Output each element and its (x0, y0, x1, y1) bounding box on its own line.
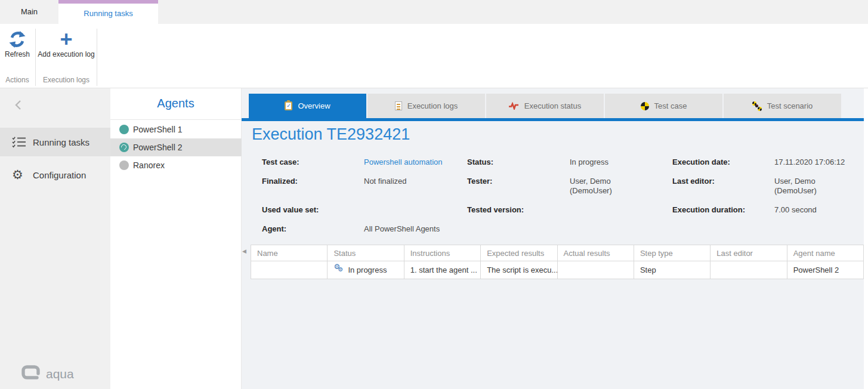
tab-label: Execution status (524, 101, 581, 110)
cell-expected-results: The script is execu... (481, 261, 557, 279)
tab-execution-status[interactable]: Execution status (486, 94, 604, 118)
field-label-last-editor: Last editor: (672, 177, 774, 186)
tab-accent-line (242, 118, 864, 121)
plus-icon: + (37, 29, 95, 50)
refresh-icon (1, 29, 34, 50)
sidebar-item-label: Running tasks (33, 137, 89, 147)
field-label-status: Status: (467, 158, 570, 166)
aqua-logo-icon (21, 365, 41, 383)
sidebar-item-configuration[interactable]: ⚙ Configuration (0, 160, 110, 189)
sidebar-item-label: Configuration (33, 170, 86, 180)
agent-name: PowerShell 2 (133, 143, 183, 152)
field-value-finalized: Not finalized (364, 177, 467, 186)
field-value-tester: User, Demo (DemoUser) (570, 177, 637, 196)
table-row[interactable]: ⚙⚙ In progress 1. start the agent ... Th… (251, 261, 864, 279)
tab-overview[interactable]: ✓ Overview (249, 94, 366, 118)
steps-table: Name Status Instructions Expected result… (251, 245, 864, 279)
tab-execution-logs[interactable]: Execution logs (367, 94, 485, 118)
cell-name (251, 261, 328, 279)
refresh-label: Refresh (1, 50, 34, 59)
agent-status-running-icon (119, 143, 129, 152)
field-value-last-editor: User, Demo (DemoUser) (774, 177, 841, 196)
field-label-finalized: Finalized: (262, 177, 364, 186)
cell-actual-results (557, 261, 634, 279)
column-header-expected-results[interactable]: Expected results (481, 245, 557, 261)
column-header-last-editor[interactable]: Last editor (711, 245, 787, 261)
content-tab-strip: ✓ Overview Execution logs Execution stat… (249, 94, 842, 118)
main-content: ✓ Overview Execution logs Execution stat… (242, 88, 864, 389)
field-label-agent: Agent: (262, 224, 364, 233)
column-header-actual-results[interactable]: Actual results (557, 245, 634, 261)
tab-test-scenario[interactable]: Test scenario (724, 94, 841, 118)
agents-panel: Agents PowerShell 1 PowerShell 2 Ranorex (110, 88, 242, 389)
cell-status: ⚙⚙ In progress (328, 261, 404, 279)
nav-sidebar: Running tasks ⚙ Configuration aqua (0, 88, 110, 389)
field-value-agent: All PowerShell Agents (364, 224, 467, 234)
field-label-tester: Tester: (467, 177, 570, 186)
gears-in-progress-icon: ⚙⚙ (333, 265, 344, 276)
field-label-test-case: Test case: (262, 158, 364, 166)
pulse-icon (509, 102, 519, 110)
column-header-agent-name[interactable]: Agent name (787, 245, 863, 261)
ribbon-separator (97, 29, 97, 86)
page-title: Execution TE2932421 (252, 125, 410, 144)
field-label-used-value-set: Used value set: (262, 205, 364, 214)
ribbon-group-actions: Actions (0, 76, 35, 85)
agent-item-powershell-2[interactable]: PowerShell 2 (110, 138, 242, 156)
tab-running-tasks[interactable]: Running tasks (58, 0, 158, 24)
field-label-tested-version: Tested version: (467, 205, 570, 214)
agent-status-offline-icon (119, 160, 129, 170)
aqua-logo: aqua (21, 365, 74, 383)
agent-item-powershell-1[interactable]: PowerShell 1 (110, 121, 242, 138)
field-value-execution-duration: 7.00 second (774, 205, 864, 215)
agent-name: Ranorex (133, 160, 165, 170)
tab-main[interactable]: Main (0, 0, 58, 24)
ribbon: Refresh + Add execution log Actions Exec… (0, 24, 868, 88)
column-header-status[interactable]: Status (328, 245, 404, 261)
refresh-button[interactable]: Refresh (1, 29, 34, 59)
back-chevron-icon[interactable] (12, 98, 26, 112)
agent-item-ranorex[interactable]: Ranorex (110, 156, 242, 174)
clipboard-icon: ✓ (285, 101, 292, 110)
field-value-test-case-link[interactable]: Powershell automation (364, 158, 467, 167)
add-execution-log-button[interactable]: + Add execution log (37, 29, 95, 59)
agents-panel-title: Agents (110, 88, 241, 119)
tab-test-case[interactable]: Test case (605, 94, 722, 118)
agent-status-online-icon (119, 125, 129, 134)
tab-label: Overview (298, 101, 330, 110)
cell-instructions: 1. start the agent ... (404, 261, 480, 279)
field-value-status: In progress (570, 158, 672, 167)
gear-icon: ⚙ (12, 168, 27, 181)
status-text: In progress (348, 265, 387, 274)
collapse-panel-icon[interactable]: ◀ (242, 248, 246, 254)
agent-name: PowerShell 1 (133, 125, 183, 134)
field-value-execution-date: 17.11.2020 17:06:12 (774, 158, 864, 167)
checklist-icon (12, 136, 27, 148)
tab-label: Test case (654, 101, 687, 110)
test-marker-icon (641, 102, 649, 110)
column-header-step-type[interactable]: Step type (634, 245, 710, 261)
cell-agent-name: PowerShell 2 (787, 261, 863, 279)
document-icon (395, 101, 402, 110)
tab-label: Test scenario (767, 101, 813, 110)
execution-details: Test case: Powershell automation Status:… (262, 158, 864, 243)
app-window: Main Running tasks Refresh + Add executi… (0, 0, 868, 389)
window-tab-strip: Main Running tasks (0, 0, 868, 24)
tab-label: Execution logs (407, 101, 458, 110)
column-header-instructions[interactable]: Instructions (404, 245, 480, 261)
test-scenario-icon (752, 101, 762, 111)
aqua-logo-text: aqua (46, 367, 74, 381)
ribbon-group-execution-logs: Execution logs (36, 76, 97, 85)
sidebar-item-running-tasks[interactable]: Running tasks (0, 128, 110, 156)
steps-table-header-row: Name Status Instructions Expected result… (251, 245, 864, 261)
column-header-name[interactable]: Name (251, 245, 328, 261)
field-label-execution-date: Execution date: (672, 158, 774, 166)
divider (110, 119, 242, 120)
cell-last-editor (711, 261, 787, 279)
cell-step-type: Step (634, 261, 710, 279)
field-label-execution-duration: Execution duration: (672, 205, 774, 214)
add-execution-log-label: Add execution log (37, 50, 95, 59)
